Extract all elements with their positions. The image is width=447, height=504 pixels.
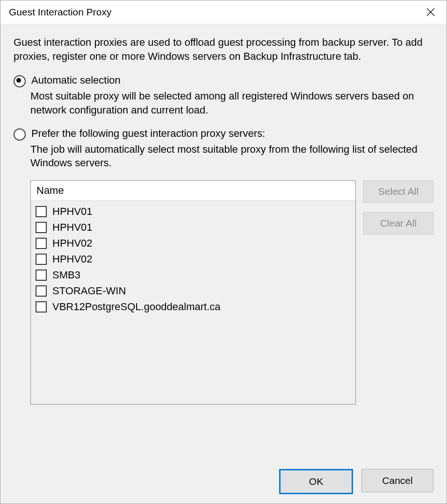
list-item-label: HPHV02 (52, 253, 93, 265)
checkbox-icon[interactable] (36, 254, 47, 265)
dialog-body: Guest interaction proxies are used to of… (0, 24, 447, 504)
checkbox-icon[interactable] (36, 238, 47, 249)
dialog-footer: OK Cancel (14, 460, 433, 494)
list-item-label: SMB3 (52, 269, 80, 281)
list-header: Name (31, 181, 355, 201)
list-body: HPHV01HPHV01HPHV02HPHV02SMB3STORAGE-WINV… (31, 201, 355, 318)
ok-button[interactable]: OK (279, 469, 353, 494)
list-item-label: VBR12PostgreSQL.gooddealmart.ca (52, 301, 221, 313)
titlebar: Guest Interaction Proxy (0, 0, 447, 24)
checkbox-icon[interactable] (36, 285, 47, 297)
proxy-listbox[interactable]: Name HPHV01HPHV01HPHV02HPHV02SMB3STORAGE… (30, 180, 356, 405)
window-title: Guest Interaction Proxy (9, 7, 111, 18)
list-item-label: HPHV02 (52, 237, 93, 249)
select-all-button[interactable]: Select All (363, 180, 433, 203)
radio-label: Automatic selection (31, 73, 121, 87)
checkbox-icon[interactable] (36, 270, 47, 281)
list-item[interactable]: STORAGE-WIN (36, 283, 351, 299)
list-item[interactable]: HPHV01 (36, 204, 351, 220)
list-item-label: HPHV01 (52, 221, 93, 234)
close-icon[interactable] (421, 3, 440, 21)
column-name: Name (36, 185, 350, 197)
list-item-label: HPHV01 (52, 206, 93, 218)
list-item[interactable]: HPHV01 (36, 220, 351, 235)
radio-prefer-desc: The job will automatically select most s… (30, 142, 433, 170)
side-buttons: Select All Clear All (363, 180, 433, 405)
radio-icon (14, 128, 26, 141)
radio-icon (14, 75, 26, 87)
radio-automatic-selection[interactable]: Automatic selection (14, 73, 433, 87)
list-item[interactable]: HPHV02 (36, 251, 351, 267)
radio-automatic-desc: Most suitable proxy will be selected amo… (30, 89, 433, 117)
dialog-window: Guest Interaction Proxy Guest interactio… (0, 0, 447, 504)
intro-text: Guest interaction proxies are used to of… (14, 35, 433, 63)
list-item-label: STORAGE-WIN (52, 285, 126, 297)
radio-label: Prefer the following guest interaction p… (31, 127, 265, 141)
clear-all-button[interactable]: Clear All (363, 212, 433, 234)
checkbox-icon[interactable] (36, 206, 47, 217)
checkbox-icon[interactable] (36, 301, 47, 312)
proxy-list-area: Name HPHV01HPHV01HPHV02HPHV02SMB3STORAGE… (30, 180, 433, 405)
checkbox-icon[interactable] (36, 222, 47, 233)
cancel-button[interactable]: Cancel (361, 469, 433, 492)
list-item[interactable]: SMB3 (36, 267, 351, 283)
radio-prefer-servers[interactable]: Prefer the following guest interaction p… (14, 127, 433, 141)
list-item[interactable]: VBR12PostgreSQL.gooddealmart.ca (36, 299, 351, 315)
list-item[interactable]: HPHV02 (36, 235, 351, 251)
